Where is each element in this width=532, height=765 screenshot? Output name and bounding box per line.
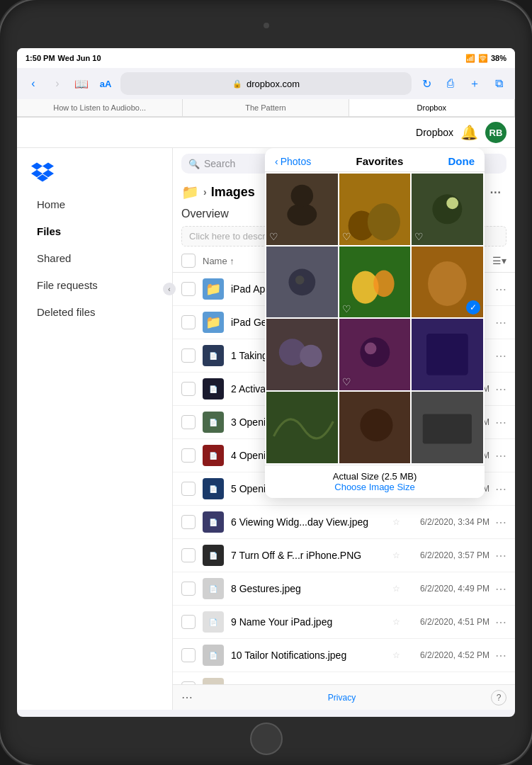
share-button[interactable]: ⎙: [441, 74, 460, 93]
file-more-button[interactable]: ⋯: [495, 449, 506, 463]
privacy-link[interactable]: Privacy: [328, 693, 356, 703]
file-row-7[interactable]: 📄 7 Turn Off & F...r iPhone.PNG ☆ 6/2/20…: [173, 539, 515, 572]
forward-button[interactable]: ›: [48, 74, 67, 93]
user-avatar[interactable]: RB: [485, 122, 506, 143]
file-more-button[interactable]: ⋯: [495, 382, 506, 396]
file-checkbox[interactable]: [181, 615, 196, 629]
photo-cell-11[interactable]: [412, 392, 483, 463]
file-more-button[interactable]: ⋯: [495, 616, 506, 629]
photo-cell-3[interactable]: [266, 246, 338, 318]
tab-audiobook[interactable]: How to Listen to Audiobo...: [17, 99, 183, 116]
file-more-button[interactable]: ⋯: [495, 649, 506, 662]
wifi-icon: 🛜: [478, 54, 488, 63]
file-checkbox[interactable]: [181, 382, 196, 396]
folder-thumbnail: 📁: [203, 312, 224, 333]
overflow-menu-icon[interactable]: ⋯: [489, 186, 501, 199]
photo-heart-7: ♡: [342, 376, 351, 387]
photo-cell-0[interactable]: ♡: [266, 174, 338, 245]
photo-cell-7[interactable]: ♡: [339, 319, 411, 390]
sidebar-collapse-button[interactable]: ‹: [163, 283, 176, 295]
file-checkbox[interactable]: [181, 515, 196, 529]
date: Wed Jun 10: [58, 54, 101, 62]
file-star[interactable]: ☆: [392, 650, 400, 660]
file-more-button[interactable]: ⋯: [495, 349, 506, 363]
file-star[interactable]: ☆: [392, 517, 400, 527]
browser-tabs: How to Listen to Audiobo... The Pattern …: [17, 99, 515, 117]
photos-back-button[interactable]: ‹ Photos: [275, 156, 311, 167]
photo-cell-2[interactable]: ♡: [412, 174, 483, 245]
file-more-button[interactable]: ⋯: [495, 482, 506, 496]
photo-cell-10[interactable]: [339, 392, 411, 463]
tabs-button[interactable]: ⧉: [489, 74, 508, 93]
photo-cell-5[interactable]: ✓: [412, 246, 483, 318]
photo-cell-1[interactable]: ♡: [339, 174, 411, 245]
file-more-button[interactable]: ⋯: [495, 549, 506, 562]
folder-checkbox[interactable]: [181, 315, 196, 329]
file-checkbox[interactable]: [181, 448, 196, 463]
file-row-6[interactable]: 📄 6 Viewing Widg...day View.jpeg ☆ 6/2/2…: [173, 506, 515, 539]
svg-rect-24: [426, 334, 468, 375]
file-thumbnail: 📄: [203, 511, 224, 533]
browser-toolbar: ‹ › 📖 aA 🔒 dropbox.com ↻ ⎙ ＋ ⧉: [17, 68, 515, 99]
bell-icon[interactable]: 🔔: [460, 124, 478, 141]
file-checkbox[interactable]: [181, 415, 196, 429]
url-text: dropbox.com: [247, 79, 300, 89]
dropbox-icon: [31, 162, 54, 182]
photo-cell-9[interactable]: [266, 392, 338, 463]
file-more-button[interactable]: ⋯: [495, 416, 506, 429]
list-view-icon[interactable]: ☰▾: [492, 255, 506, 266]
actual-size-label: Actual Size (2.5 MB): [275, 471, 475, 482]
sidebar-item-file-requests[interactable]: File requests: [23, 272, 166, 298]
file-thumbnail: 📄: [203, 545, 224, 566]
folder-more-button[interactable]: ⋯: [495, 283, 506, 296]
file-name: 9 Name Your iPad.jpeg: [231, 616, 388, 628]
help-button[interactable]: ?: [491, 690, 506, 706]
photo-heart-4: ♡: [342, 303, 351, 314]
file-star[interactable]: ☆: [392, 550, 400, 560]
file-star[interactable]: ☆: [392, 584, 400, 594]
bottom-more-button[interactable]: ⋯: [181, 691, 193, 704]
file-date: 6/2/2020, 3:34 PM: [404, 517, 489, 527]
file-checkbox[interactable]: [181, 348, 196, 363]
address-bar[interactable]: 🔒 dropbox.com: [120, 72, 412, 95]
file-row-10[interactable]: 📄 10 Tailor Notifications.jpeg ☆ 6/2/202…: [173, 639, 515, 672]
photos-done-button[interactable]: Done: [448, 155, 475, 167]
file-more-button[interactable]: ⋯: [495, 516, 506, 529]
content-area: ‹ Home Files Shared File requests Delete: [17, 148, 515, 710]
file-checkbox[interactable]: [181, 482, 196, 496]
tab-dropbox[interactable]: Dropbox: [349, 99, 515, 116]
sidebar-item-shared[interactable]: Shared: [23, 245, 166, 271]
file-date: 6/2/2020, 3:57 PM: [404, 550, 489, 560]
sidebar-item-files[interactable]: Files: [23, 218, 166, 244]
file-name: 6 Viewing Widg...day View.jpeg: [231, 516, 388, 528]
refresh-button[interactable]: ↻: [417, 74, 436, 93]
file-more-button[interactable]: ⋯: [495, 582, 506, 596]
file-row-9[interactable]: 📄 9 Name Your iPad.jpeg ☆ 6/2/2020, 4:51…: [173, 606, 515, 639]
file-row-8[interactable]: 📄 8 Gestures.jpeg ☆ 6/2/2020, 4:49 PM ⋯: [173, 572, 515, 606]
photos-favorites-tab[interactable]: Favorites: [356, 155, 404, 167]
folder-checkbox[interactable]: [181, 282, 196, 296]
folder-more-button[interactable]: ⋯: [495, 316, 506, 329]
photo-cell-8[interactable]: [412, 319, 483, 390]
photo-cell-6[interactable]: [266, 319, 338, 390]
sidebar-item-home[interactable]: Home: [23, 191, 166, 217]
photos-overlay: ‹ Photos Favorites Done: [265, 148, 485, 498]
reader-button[interactable]: 📖: [72, 74, 91, 93]
tab-pattern[interactable]: The Pattern: [183, 99, 349, 116]
file-checkbox[interactable]: [181, 648, 196, 662]
svg-rect-29: [423, 414, 472, 443]
text-size-button[interactable]: aA: [96, 74, 115, 93]
new-tab-button[interactable]: ＋: [465, 74, 484, 93]
sidebar-item-deleted[interactable]: Deleted files: [23, 299, 166, 325]
file-date: 6/2/2020, 4:52 PM: [404, 650, 489, 660]
folder-icon: 📁: [181, 183, 199, 200]
file-checkbox[interactable]: [181, 548, 196, 562]
file-star[interactable]: ☆: [392, 617, 400, 627]
home-button[interactable]: [250, 722, 283, 755]
back-button[interactable]: ‹: [24, 74, 43, 93]
svg-point-14: [373, 270, 394, 297]
photos-header: ‹ Photos Favorites Done: [265, 148, 485, 172]
file-checkbox[interactable]: [181, 582, 196, 596]
photo-cell-4[interactable]: ♡: [339, 246, 411, 318]
choose-image-size-button[interactable]: Choose Image Size: [275, 482, 475, 492]
